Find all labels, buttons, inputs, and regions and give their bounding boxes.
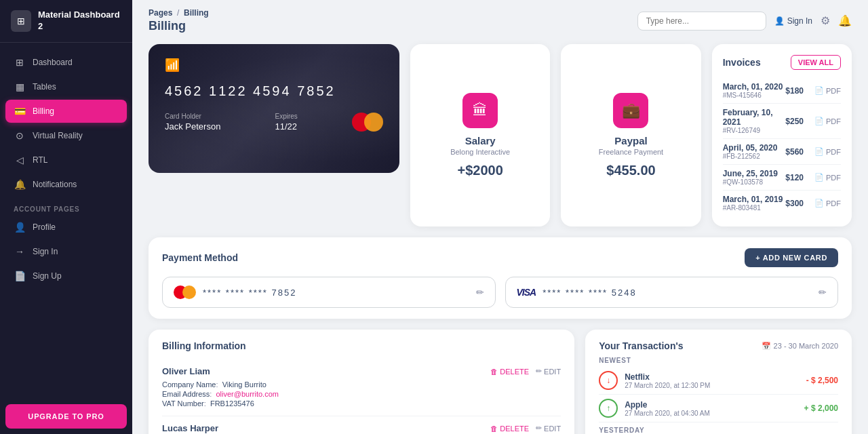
billing-info-item-0: Oliver Liam 🗑 DELETE ✏ EDIT Company Name… [162,359,561,416]
tx-pos-icon: ↑ [599,399,618,418]
bi-customer-name: Oliver Liam [162,366,210,376]
paypal-label: Paypal [614,135,647,146]
sidebar-item-profile[interactable]: 👤 Profile [5,216,127,239]
mc-small-orange [182,285,196,299]
breadcrumb-current: Billing [184,8,209,18]
salary-label: Salary [465,135,496,146]
salary-sublabel: Belong Interactive [450,148,510,156]
email-value: oliver@burrito.com [216,390,278,398]
sidebar-item-label: Tables [33,82,56,92]
pm-card-left: **** **** **** 7852 [174,285,296,299]
settings-icon[interactable]: ⚙ [821,14,830,27]
add-card-button[interactable]: + ADD NEW CARD [745,248,838,267]
sidebar-item-label: Dashboard [33,58,73,67]
pm-edit-button[interactable]: ✏ [476,287,484,298]
bi-edit-button[interactable]: ✏ EDIT [536,424,561,433]
payment-method-card: Payment Method + ADD NEW CARD **** **** … [149,237,852,319]
tables-icon: ▦ [14,81,26,92]
pm-card-left: VISA **** **** **** 5248 [517,287,637,298]
sidebar-item-rtl[interactable]: ◁ RTL [5,149,127,172]
vat-label: VAT Number [162,399,204,408]
bi-email: Email Address: oliver@burrito.com [162,390,561,398]
invoice-pdf-button[interactable]: 📄 PDF [814,117,841,125]
bi-delete-button[interactable]: 🗑 DELETE [490,367,529,376]
bi-name-row: Lucas Harper 🗑 DELETE ✏ EDIT [162,423,561,433]
tx-info: Apple 27 March 2020, at 04:30 AM [625,400,797,417]
tx-amount: - $ 2,500 [806,376,838,385]
sidebar-item-label: Virtual Reality [33,131,83,140]
invoice-pdf-button[interactable]: 📄 PDF [814,173,841,182]
profile-icon: 👤 [14,222,26,233]
sidebar-item-tables[interactable]: ▦ Tables [5,75,127,98]
card-holder: Card Holder Jack Peterson [165,113,220,132]
topbar-signin[interactable]: 👤 Sign In [774,16,812,26]
sidebar-item-label: Sign Up [33,271,62,281]
card-expires: Expires 11/22 [275,113,298,132]
upgrade-button[interactable]: UPGRADE TO PRO [5,404,127,429]
vr-icon: ⊙ [14,130,26,141]
sidebar-item-label: Sign In [33,247,58,256]
bi-edit-button[interactable]: ✏ EDIT [536,367,561,376]
signin-label: Sign In [787,16,812,26]
rtl-icon: ◁ [14,155,26,165]
view-all-button[interactable]: VIEW ALL [791,55,841,70]
invoice-date: March, 01, 2020 [723,82,783,92]
dashboard-icon: ⊞ [14,57,26,68]
signin-icon: → [14,246,26,257]
billing-icon: 💳 [14,106,26,117]
tx-item-apple: ↑ Apple 27 March 2020, at 04:30 AM + $ 2… [599,395,838,422]
tx-header: Your Transaction's 📅 23 - 30 March 2020 [599,340,838,351]
sidebar-item-signin[interactable]: → Sign In [5,240,127,263]
sidebar-item-label: Notifications [33,180,77,189]
invoice-row-1: February, 10, 2021 #RV-126749 $250 📄 PDF [723,104,841,139]
page-title: Billing [149,19,209,33]
brand: ⊞ Material Dashboard 2 [0,0,132,43]
search-input[interactable] [637,12,766,31]
sidebar-item-notifications[interactable]: 🔔 Notifications [5,173,127,196]
invoice-date: February, 10, 2021 [723,108,786,127]
invoice-pdf-button[interactable]: 📄 PDF [814,147,841,156]
tx-name: Apple [625,400,797,410]
invoices-card: Invoices VIEW ALL March, 01, 2020 #MS-41… [712,44,852,226]
mastercard-logo [352,113,383,132]
invoice-ref: #RV-126749 [723,127,786,134]
pm-edit-button[interactable]: ✏ [818,287,827,298]
sidebar-item-signup[interactable]: 📄 Sign Up [5,264,127,288]
bell-icon[interactable]: 🔔 [838,14,852,27]
pm-card-mastercard: **** **** **** 7852 ✏ [162,277,496,308]
tx-name: Netflix [625,372,800,382]
pm-cards-list: **** **** **** 7852 ✏ VISA **** **** ***… [162,277,838,308]
invoice-amount: $120 [785,173,804,182]
invoice-amount: $300 [785,199,804,208]
tx-info: Netflix 27 March 2020, at 12:30 PM [625,372,800,389]
row-payment-method: Payment Method + ADD NEW CARD **** **** … [149,237,852,319]
tx-title: Your Transaction's [599,340,683,351]
tx-item-netflix: ↓ Netflix 27 March 2020, at 12:30 PM - $… [599,367,838,395]
invoice-date: April, 05, 2020 [723,143,778,153]
invoice-pdf-button[interactable]: 📄 PDF [814,199,841,208]
invoice-date: June, 25, 2019 [723,169,778,178]
page-header: Pages / Billing Billing [149,8,209,33]
sidebar-nav: ⊞ Dashboard ▦ Tables 💳 Billing ⊙ Virtual… [0,43,132,399]
bi-actions: 🗑 DELETE ✏ EDIT [490,367,561,376]
tx-newest-label: NEWEST [599,357,838,364]
brand-name: Material Dashboard 2 [38,9,121,33]
notifications-icon: 🔔 [14,179,26,190]
billing-info-item-1: Lucas Harper 🗑 DELETE ✏ EDIT Company Nam… [162,416,561,434]
sidebar-item-vr[interactable]: ⊙ Virtual Reality [5,124,127,147]
invoice-row-0: March, 01, 2020 #MS-415646 $180 📄 PDF [723,78,841,104]
bi-delete-button[interactable]: 🗑 DELETE [490,424,529,433]
sidebar-item-label: RTL [33,155,47,165]
paypal-card: 💼 Paypal Freelance Payment $455.00 [561,44,701,226]
card-expires-value: 11/22 [275,121,298,132]
sidebar-item-dashboard[interactable]: ⊞ Dashboard [5,51,127,74]
invoice-pdf-button[interactable]: 📄 PDF [814,86,841,95]
bi-actions: 🗑 DELETE ✏ EDIT [490,424,561,433]
bi-name-row: Oliver Liam 🗑 DELETE ✏ EDIT [162,366,561,376]
card-expires-label: Expires [275,113,298,120]
mc-orange-circle [364,113,383,132]
bi-company: Company Name: Viking Burrito [162,380,561,389]
card-bottom: Card Holder Jack Peterson Expires 11/22 [165,113,383,132]
sidebar-item-billing[interactable]: 💳 Billing [5,100,127,123]
salary-card: 🏛 Salary Belong Interactive +$2000 [410,44,550,226]
